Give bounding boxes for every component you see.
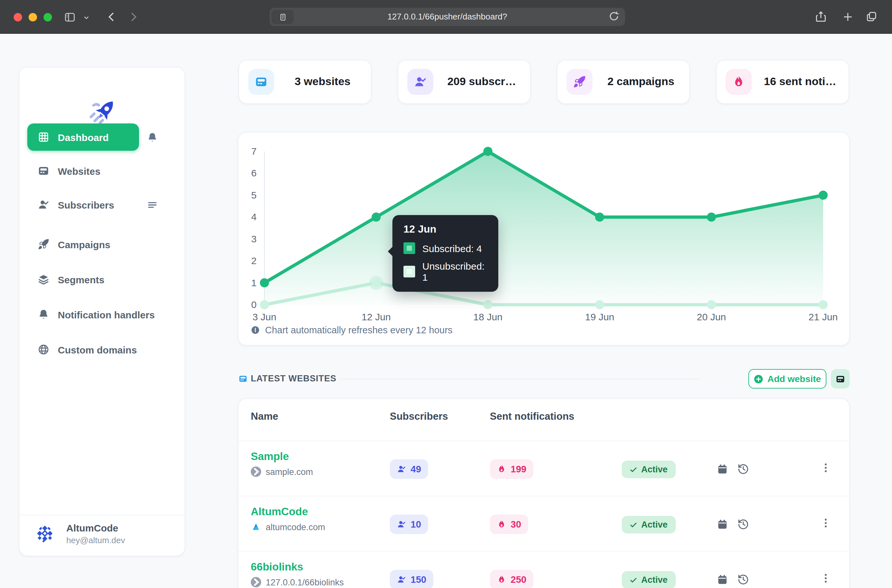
sidebar-item-custom-domains[interactable]: Custom domains (27, 336, 139, 363)
section-title: LATEST WEBSITES (238, 374, 337, 383)
website-name-link[interactable]: 66biolinks (251, 561, 344, 573)
row-menu-button[interactable] (820, 462, 832, 474)
row-menu-button[interactable] (820, 572, 832, 584)
website-favicon (251, 522, 261, 532)
chart-refresh-note: Chart automatically refreshes every 12 h… (251, 325, 453, 335)
sidebar-item-label: Custom domains (58, 344, 137, 355)
history-button[interactable] (738, 463, 749, 475)
calendar-button[interactable] (717, 574, 728, 585)
chevron-right-icon (251, 466, 261, 477)
website-name-link[interactable]: AltumCode (251, 506, 325, 518)
chart-tooltip: 12 Jun Subscribed: 4Unsubscribed: 1 (393, 215, 498, 292)
website-url[interactable]: 127.0.0.1/66biolinks (251, 577, 344, 587)
row-menu-button[interactable] (820, 517, 832, 529)
sidebar-item-dashboard[interactable]: Dashboard (27, 123, 139, 151)
calendar-button[interactable] (717, 463, 728, 475)
tooltip-row: Subscribed: 4 (403, 242, 489, 254)
card-icon (37, 165, 49, 177)
add-website-button[interactable]: Add website (748, 369, 826, 388)
user-account[interactable]: AltumCode hey@altum.dev (34, 522, 125, 545)
address-bar[interactable]: 127.0.0.1/66pusher/dashboard? (270, 8, 625, 26)
svg-text:5: 5 (251, 190, 256, 201)
sidebar-item-subscribers[interactable]: Subscribers (27, 191, 139, 218)
reader-icon[interactable] (271, 10, 294, 24)
chevron-right-icon (251, 577, 261, 587)
minimize-window-button[interactable] (28, 13, 37, 21)
stat-label: 2 campaigns (592, 75, 689, 88)
section-title-text: LATEST WEBSITES (251, 374, 337, 383)
bell-icon[interactable] (147, 132, 158, 142)
calendar-button[interactable] (717, 519, 728, 530)
svg-text:3 Jun: 3 Jun (252, 312, 276, 322)
zoom-window-button[interactable] (43, 13, 52, 21)
status-badge: Active (622, 516, 675, 533)
user-check-icon (407, 69, 433, 95)
plus-circle-icon (754, 374, 764, 384)
user-name: AltumCode (66, 522, 125, 533)
latest-websites-table: NameSubscribersSent notifications Sample… (238, 398, 850, 588)
dashboard-page: DashboardWebsitesSubscribersCampaignsSeg… (0, 34, 892, 588)
close-window-button[interactable] (13, 13, 22, 21)
svg-text:20 Jun: 20 Jun (697, 312, 726, 322)
back-button[interactable] (106, 11, 118, 23)
forward-button[interactable] (127, 11, 139, 23)
website-url[interactable]: sample.com (251, 466, 313, 477)
svg-text:2: 2 (251, 255, 256, 266)
chart-card: 012345673 Jun12 Jun18 Jun19 Jun20 Jun21 … (238, 132, 850, 346)
sent-notifications-badge: 30 (490, 514, 528, 534)
flame-icon (497, 575, 506, 584)
globe-icon (37, 344, 49, 356)
status-badge: Active (622, 571, 675, 588)
stat-card-209-subscr-[interactable]: 209 subscr… (397, 60, 531, 104)
series-swatch (403, 266, 415, 278)
url-text[interactable]: 127.0.0.1/66pusher/dashboard? (295, 8, 599, 26)
card-icon (835, 374, 845, 384)
website-name-link[interactable]: Sample (251, 450, 313, 463)
tooltip-title: 12 Jun (403, 224, 489, 235)
rocket-icon (37, 238, 49, 250)
menu-icon[interactable] (147, 199, 158, 210)
sidebar-item-websites[interactable]: Websites (27, 157, 139, 184)
new-tab-icon[interactable] (842, 11, 854, 23)
check-icon (630, 576, 637, 584)
chevron-down-icon[interactable] (83, 14, 90, 21)
svg-text:1: 1 (251, 278, 256, 288)
sidebar: DashboardWebsitesSubscribersCampaignsSeg… (19, 67, 185, 556)
flame-icon (726, 69, 752, 95)
website-name-cell: Samplesample.com (251, 450, 313, 477)
column-header-sent-notifications: Sent notifications (490, 411, 574, 422)
stat-label: 16 sent noti… (752, 75, 849, 88)
card-icon (238, 374, 247, 383)
website-url[interactable]: altumcode.com (251, 522, 325, 532)
subscribers-chart[interactable]: 012345673 Jun12 Jun18 Jun19 Jun20 Jun21 … (238, 132, 850, 324)
svg-text:6: 6 (251, 168, 256, 178)
stat-card-2-campaigns[interactable]: 2 campaigns (557, 60, 690, 104)
sidebar-item-label: Websites (58, 165, 100, 176)
sidebar-item-campaigns[interactable]: Campaigns (27, 231, 139, 258)
website-name-cell: AltumCodealtumcode.com (251, 506, 325, 532)
stat-card-3-websites[interactable]: 3 websites (238, 60, 372, 104)
sidebar-item-label: Segments (58, 274, 104, 285)
svg-text:4: 4 (251, 212, 256, 222)
sidebar-item-notification-handlers[interactable]: Notification handlers (27, 301, 139, 328)
sidebar-item-segments[interactable]: Segments (27, 266, 139, 293)
subscribers-badge: 49 (390, 459, 428, 479)
history-button[interactable] (738, 519, 749, 530)
reload-icon[interactable] (608, 10, 620, 25)
tooltip-row-label: Subscribed: 4 (422, 243, 482, 254)
table-row-sample: Samplesample.com49199Active (238, 441, 850, 496)
column-header-subscribers: Subscribers (390, 411, 448, 422)
info-icon (251, 326, 260, 334)
websites-list-button[interactable] (831, 369, 850, 388)
tab-overview-icon[interactable] (865, 10, 878, 23)
table-row-altumcode: AltumCodealtumcode.com1030Active (238, 496, 850, 552)
check-icon (630, 465, 637, 473)
header-divider (340, 379, 700, 380)
sidebar-toggle-icon[interactable] (64, 11, 76, 23)
tooltip-row-label: Unsubscribed: 1 (422, 261, 489, 283)
svg-text:18 Jun: 18 Jun (473, 312, 502, 322)
history-button[interactable] (738, 574, 749, 585)
stat-card-16-sent-noti-[interactable]: 16 sent noti… (716, 60, 849, 104)
rocket-icon (567, 69, 592, 95)
share-icon[interactable] (815, 10, 827, 23)
